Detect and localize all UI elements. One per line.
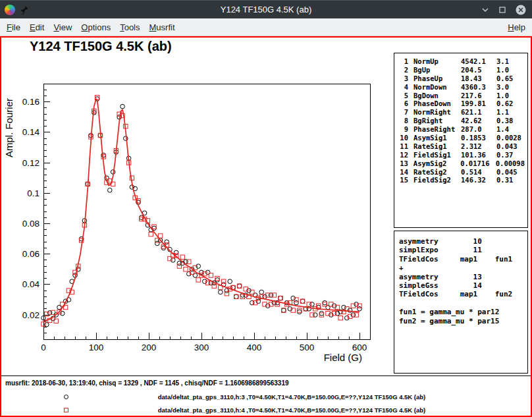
- param-pv: 199.81: [461, 99, 496, 108]
- param-pv: 0.01716: [460, 159, 496, 168]
- param-pv: 42.62: [461, 117, 496, 125]
- root-canvas[interactable]: 01002003004005006000.020.040.060.080.10.…: [0, 36, 532, 417]
- maximize-button[interactable]: [498, 5, 507, 14]
- legend-entry: data/deltat_pta_gps_3110,h:4 ,T0=4.50K,T…: [1, 405, 456, 414]
- y-axis: 0.020.040.060.080.10.120.140.16: [22, 84, 50, 339]
- theory-line: TFieldCos map1 fun2: [399, 290, 527, 298]
- theory-line: [399, 299, 527, 308]
- param-pe: 0.62: [496, 99, 525, 108]
- series-circle: [41, 97, 362, 327]
- param-pi: 15: [398, 176, 408, 184]
- param-pv: 0.514: [461, 168, 496, 177]
- y-axis-title: Ampl. Fourier: [3, 98, 14, 157]
- theory-line: TFieldCos map1 fun1: [399, 255, 527, 264]
- param-pi: 14: [398, 168, 408, 177]
- param-pi: 8: [398, 117, 408, 125]
- theory-line: fun2 = gamma_mu * par15: [399, 317, 527, 325]
- param-row: 8BgRight42.620.38: [398, 117, 525, 125]
- param-pe: 0.65: [496, 74, 525, 83]
- square-marker-icon: [64, 408, 68, 412]
- svg-text:0.16: 0.16: [22, 97, 40, 107]
- chevron-down-icon: [481, 5, 490, 14]
- close-icon: [515, 4, 527, 16]
- fit-stats: musrfit: 2018-06-30, 13:19:40, chisq = 1…: [5, 379, 289, 387]
- param-pe: 0.045: [496, 168, 525, 177]
- param-pn: NormDown: [413, 83, 461, 92]
- svg-text:0.02: 0.02: [22, 310, 40, 320]
- svg-text:0.14: 0.14: [22, 127, 40, 137]
- plot-area[interactable]: 01002003004005006000.020.040.060.080.10.…: [1, 38, 396, 380]
- param-row: 3PhaseUp18.430.65: [398, 74, 525, 83]
- pin-icon[interactable]: [20, 5, 29, 14]
- menu-options[interactable]: Options: [76, 20, 115, 35]
- menu-tools[interactable]: Tools: [115, 20, 144, 35]
- svg-text:0: 0: [41, 343, 46, 352]
- param-pe: 1.0: [496, 66, 525, 74]
- param-pv: 101.36: [461, 151, 496, 159]
- param-row: 7NormRight621.11.1: [398, 108, 525, 117]
- theory-line: asymmetry 10: [399, 237, 527, 246]
- param-row: 14RateSig20.5140.045: [398, 168, 525, 177]
- theory-line: +: [399, 264, 527, 272]
- param-pn: BgUp: [413, 66, 461, 74]
- param-pe: 3.1: [496, 57, 525, 66]
- series-square: [41, 96, 361, 327]
- param-row: 11RateSig12.3120.043: [398, 142, 525, 151]
- menu-view[interactable]: View: [49, 20, 76, 35]
- menu-edit[interactable]: Edit: [25, 20, 49, 35]
- theory-line: asymmetry 13: [399, 273, 527, 281]
- window-title: Y124 TF150G 4.5K (ab): [0, 5, 532, 14]
- param-pi: 3: [398, 74, 408, 83]
- menu-file[interactable]: File: [2, 20, 25, 35]
- svg-text:0.06: 0.06: [22, 249, 40, 259]
- legend-label: data/deltat_pta_gps_3110,h:4 ,T0=4.50K,T…: [130, 406, 453, 414]
- param-pe: 0.0028: [496, 134, 525, 142]
- svg-text:200: 200: [142, 343, 157, 352]
- svg-text:500: 500: [300, 343, 315, 352]
- param-pv: 217.6: [461, 92, 496, 100]
- param-pe: 1.0: [496, 92, 525, 100]
- param-pn: NormUp: [413, 57, 461, 66]
- param-pe: 1.4: [496, 125, 525, 134]
- plot-title: Y124 TF150G 4.5K (ab): [30, 39, 172, 54]
- param-pv: 287.0: [461, 125, 496, 134]
- svg-text:300: 300: [194, 343, 209, 352]
- param-pv: 4360.3: [461, 83, 496, 92]
- param-pn: NormRight: [413, 108, 461, 117]
- close-button[interactable]: [515, 4, 527, 16]
- param-pi: 5: [398, 92, 408, 100]
- param-row: 2BgUp204.51.0: [398, 66, 525, 74]
- menu-help[interactable]: Help: [503, 20, 530, 35]
- circle-marker-icon: [64, 395, 68, 399]
- param-pi: 13: [398, 159, 408, 168]
- param-pv: 4542.1: [461, 57, 496, 66]
- theory-box[interactable]: asymmetry 10simplExpo 11TFieldCos map1 f…: [394, 231, 528, 374]
- param-row: 6PhaseDown199.810.62: [398, 99, 525, 108]
- param-row: 4NormDown4360.33.0: [398, 83, 525, 92]
- theory-line: simpleGss 14: [399, 281, 527, 290]
- param-pn: BgDown: [413, 92, 461, 100]
- svg-text:0.04: 0.04: [22, 279, 40, 289]
- x-axis: 0100200300400500600: [41, 333, 370, 352]
- x-axis-title: Field (G): [324, 352, 362, 363]
- param-pe: 3.0: [496, 83, 525, 92]
- param-pi: 11: [398, 142, 408, 151]
- param-pe: 0.37: [496, 151, 525, 159]
- parameter-box[interactable]: 1NormUp4542.13.12BgUp204.51.03PhaseUp18.…: [394, 53, 528, 228]
- titlebar[interactable]: Y124 TF150G 4.5K (ab): [0, 0, 532, 18]
- param-row: 1NormUp4542.13.1: [398, 57, 525, 66]
- param-pn: PhaseRight: [413, 125, 461, 134]
- param-pv: 18.43: [461, 74, 496, 83]
- menu-musrfit[interactable]: Musrfit: [145, 20, 180, 35]
- param-pe: 1.1: [496, 108, 525, 117]
- maximize-square-icon: [498, 5, 507, 14]
- info-pane: musrfit: 2018-06-30, 13:19:40, chisq = 1…: [1, 375, 531, 416]
- param-row: 15FieldSig2146.320.31: [398, 176, 525, 184]
- param-pi: 12: [398, 151, 408, 159]
- param-pv: 0.1853: [461, 134, 496, 142]
- minimize-button[interactable]: [481, 5, 490, 14]
- param-pi: 6: [398, 99, 408, 108]
- app-icon[interactable]: [5, 5, 15, 15]
- param-pn: AsymSig1: [413, 134, 461, 142]
- param-pn: PhaseUp: [413, 74, 461, 83]
